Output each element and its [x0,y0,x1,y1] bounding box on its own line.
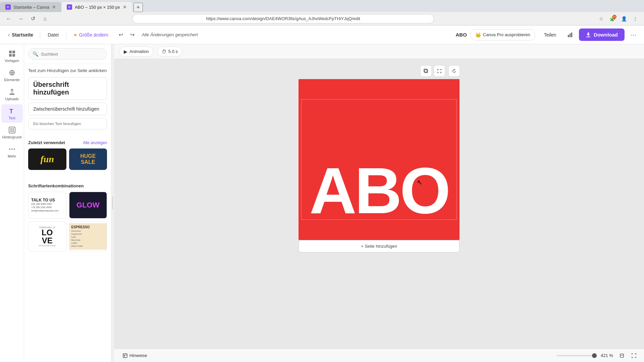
font-previews-grid: fun HUGESALE [28,148,107,170]
zoom-thumb [592,353,597,358]
template-preview-love[interactable]: FEBRUARY 14 LOVE VALENTINE'S DAY [28,221,66,251]
canva-pro-button[interactable]: 👑 Canva Pro ausprobieren [470,29,535,41]
sidebar-item-text[interactable]: T Text [1,104,23,123]
menu-button[interactable]: ⋮ [631,14,640,23]
animation-button[interactable]: ▶ Animation [119,47,153,57]
bookmark-button[interactable]: ☆ [596,14,606,23]
svg-rect-7 [12,54,15,57]
tab-title-design: ABO – 150 px × 150 px [75,5,120,10]
svg-rect-10 [9,127,15,133]
mehr-icon [8,145,16,153]
font-preview-sale[interactable]: HUGESALE [69,148,107,170]
back-button[interactable]: ← [4,14,13,23]
refresh-canvas-button[interactable] [449,66,460,76]
love-sub: VALENTINE'S DAY [39,245,56,247]
template-preview-espresso[interactable]: ESPRESSO AmericanoCappuccinoLatteMacchia… [69,221,107,251]
datei-button[interactable]: Datei [44,30,62,40]
browser-toolbar: ← → ↺ ⌂ https://www.canva.com/design/DAE… [0,12,644,25]
browser-tab-design[interactable]: C ABO – 150 px × 150 px ✕ [61,2,132,12]
canvas-frame[interactable]: ABO ↖ [299,79,460,240]
add-page-button[interactable]: + Seite hinzufügen [299,240,460,252]
sidebar-item-uploads[interactable]: Uploads [1,85,23,104]
share-button[interactable]: Teilen [539,29,562,40]
add-heading-button[interactable]: Überschrift hinzufügen [28,77,107,100]
svg-rect-11 [10,128,12,130]
canva-pro-label: Canva Pro ausprobieren [483,32,530,37]
animation-label: Animation [129,49,149,54]
browser-tab-startseite[interactable]: C Startseite – Canva ✕ [0,2,61,12]
zoom-slider[interactable] [556,355,597,356]
forward-button[interactable]: → [16,14,25,23]
search-box[interactable]: 🔍 [28,48,107,60]
tab-close-startseite[interactable]: ✕ [52,4,56,10]
sidebar-resize-handle[interactable] [111,44,114,362]
svg-rect-14 [12,130,14,132]
home-nav-button[interactable]: ‹ Startseite [5,31,36,39]
extension-button[interactable]: 🧩 10 [608,14,617,23]
uploads-icon [8,88,16,96]
canvas-area: ▶ Animation ⏱ 5.0 s [114,44,644,362]
fullscreen-button[interactable] [629,351,639,360]
recently-used-header: Zuletzt verwendet Alle anzeigen [28,140,107,145]
uploads-label: Uploads [5,97,18,101]
crown-icon: 👑 [475,32,481,38]
svg-rect-23 [620,354,624,357]
hints-button[interactable]: Hinweise [119,352,151,359]
duration-button[interactable]: ⏱ 5.0 s [157,47,182,57]
bottom-bar: Hinweise 421 % [114,349,644,362]
undo-button[interactable]: ↩ [116,29,126,40]
redo-button[interactable]: ↪ [127,29,138,40]
expand-icon [437,69,442,73]
duplicate-canvas-button[interactable] [421,66,431,76]
download-button[interactable]: Download [579,28,625,41]
address-bar[interactable]: https://www.canva.com/design/DAE4WOR3lts… [132,14,434,23]
canvas-abo-text: ABO [309,161,448,220]
sidebar-item-mehr[interactable]: Mehr [1,142,23,161]
sidebar-item-vorlagen[interactable]: Vorlagen [1,47,23,65]
font-preview-sale-text: HUGESALE [80,153,96,165]
svg-point-16 [11,148,13,150]
expand-canvas-button[interactable] [434,66,445,76]
navbar-divider-1 [40,31,40,39]
love-template-content: FEBRUARY 14 LOVE VALENTINE'S DAY [39,226,56,247]
tab-favicon-design: C [67,4,72,10]
sidebar-panel: 🔍 Text zum Hinzufügen zur Seite anklicke… [24,44,111,362]
text-icon: T [8,107,16,115]
search-input[interactable] [41,52,103,57]
new-tab-button[interactable]: + [133,3,143,12]
address-text: https://www.canva.com/design/DAE4WOR3lts… [137,16,430,21]
more-options-button[interactable]: ⋯ [628,29,639,40]
espresso-items: AmericanoCappuccinoLatteMacchiatoCoffeeW… [71,230,105,248]
add-body-button[interactable]: Ein bisschen Text hinzufügen [28,118,107,129]
font-combo-talk[interactable]: TALK TO US (04) 298 3985 2092+76 209 109… [28,192,66,219]
fullscreen-icon [632,353,636,358]
sidebar-item-elemente[interactable]: Elemente [1,66,23,84]
reload-button[interactable]: ↺ [28,14,38,23]
mehr-label: Mehr [8,154,16,158]
see-all-button[interactable]: Alle anzeigen [83,140,107,145]
hintergrund-label: Hintergrund [2,135,21,139]
sidebar-item-hintergrund[interactable]: Hintergrund [1,123,23,142]
text-add-section: Text zum Hinzufügen zur Seite anklicken … [24,64,111,136]
tab-title-startseite: Startseite – Canva [13,5,49,10]
resize-button[interactable]: ● Größe ändern [70,30,112,40]
svg-point-17 [14,148,15,150]
font-preview-fun[interactable]: fun [28,148,66,170]
svg-rect-12 [12,128,14,130]
font-combo-glow[interactable]: GLOW [69,192,107,219]
elements-icon [8,69,16,77]
tab-favicon-startseite: C [5,4,11,10]
profile-button[interactable]: 👤 [619,14,629,23]
clock-icon: ⏱ [162,49,166,54]
tab-close-design[interactable]: ✕ [123,4,127,10]
add-text-hint: Text zum Hinzufügen zur Seite anklicken [28,68,107,73]
svg-rect-6 [9,54,12,57]
zoom-value: 421 % [599,353,614,358]
recently-used-section: Zuletzt verwendet Alle anzeigen fun HUGE… [24,136,111,179]
page-view-button[interactable] [617,351,627,360]
home-button[interactable]: ⌂ [40,14,50,23]
add-subheading-button[interactable]: Zwischenüberschrift hinzufügen [28,103,107,115]
canva-app: ‹ Startseite Datei ● Größe ändern ↩ ↪ Al… [0,25,644,362]
analytics-button[interactable] [565,29,576,40]
sidebar-tools: Vorlagen Elemente [0,44,24,362]
